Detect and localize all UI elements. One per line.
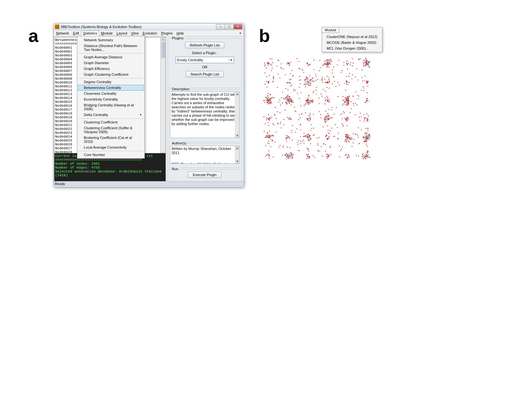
menu-layout[interactable]: Layout: [114, 31, 129, 36]
stats-item[interactable]: Closeness Centrality: [78, 91, 144, 96]
svg-point-2278: [347, 125, 348, 126]
svg-point-2015: [324, 79, 325, 80]
svg-point-1950: [287, 154, 288, 155]
description-textarea[interactable]: Attempts to find the sub-graph of CIJ wi…: [170, 92, 240, 138]
svg-point-2295: [278, 147, 279, 148]
svg-point-2072: [364, 142, 365, 142]
results-scrollbar[interactable]: ▴ ▾: [160, 37, 165, 156]
svg-point-1869: [288, 136, 289, 137]
stats-item[interactable]: Network Summary: [78, 37, 144, 43]
stats-item[interactable]: Clustering Coefficient (Soffer & Vázquez…: [78, 125, 144, 135]
svg-point-2021: [314, 81, 315, 82]
svg-point-2153: [285, 88, 286, 89]
svg-point-2191: [317, 79, 318, 80]
svg-point-2235: [306, 77, 307, 78]
stats-item[interactable]: Graph Efficiency: [78, 66, 144, 72]
menu-plugins[interactable]: Plugins: [159, 31, 174, 36]
stats-item[interactable]: Eccentricity Centrality: [78, 96, 144, 102]
svg-point-2039: [329, 67, 330, 68]
svg-point-1626: [365, 58, 366, 59]
stats-item[interactable]: Distance (Shortest Path) Between Two Nod…: [78, 43, 144, 53]
svg-point-1647: [289, 79, 290, 80]
module-tab[interactable]: Module: [322, 27, 339, 33]
authors-textarea[interactable]: Written by Murray Shanahan, October 2011…: [170, 146, 240, 164]
stats-item[interactable]: Graph Clustering Coefficient: [78, 72, 144, 77]
stats-item[interactable]: Core Number: [78, 152, 144, 158]
svg-point-1812: [307, 119, 308, 120]
svg-point-1830: [328, 119, 329, 120]
svg-point-1636: [369, 62, 369, 63]
stats-item[interactable]: Degree Centrality: [78, 79, 144, 85]
svg-point-1587: [309, 64, 310, 65]
panel-b-label: b: [259, 25, 270, 46]
svg-point-2089: [299, 98, 300, 99]
svg-point-2308: [328, 130, 329, 131]
module-item[interactable]: MCODE (Bader & Hogue 2003): [323, 40, 381, 45]
stats-item[interactable]: Bridging Centrality (Hwang et al 2006): [78, 102, 144, 112]
maximize-button[interactable]: ▢: [225, 24, 234, 29]
stats-item[interactable]: Graph Diameter: [78, 60, 144, 66]
module-item[interactable]: MCL (Van Dongen 2000)...: [323, 45, 381, 51]
module-item[interactable]: ClusterONE (Nepusz et al 2012): [323, 34, 381, 40]
svg-point-2150: [351, 139, 352, 140]
svg-point-2003: [264, 63, 265, 64]
svg-point-2213: [264, 73, 265, 73]
menu-evolution[interactable]: Evolution: [141, 31, 159, 36]
plugin-select[interactable]: Knotty Centrality ▾: [175, 57, 234, 63]
svg-point-1924: [365, 141, 366, 142]
svg-point-2325: [329, 77, 330, 78]
menu-edit[interactable]: Edit: [71, 31, 81, 36]
dropdown-arrow-icon[interactable]: ▾: [228, 58, 234, 62]
authors-scrollbar[interactable]: ▴ ▾: [235, 146, 239, 163]
minimize-button[interactable]: —: [216, 24, 225, 29]
description-scrollbar[interactable]: ▴ ▾: [235, 92, 239, 138]
svg-point-2052: [329, 133, 330, 134]
titlebar[interactable]: SBEToolbox (Systems Biology & Evolution …: [54, 24, 244, 30]
scroll-thumb[interactable]: [161, 42, 165, 58]
statistics-dropdown[interactable]: Network SummaryDistance (Shortest Path) …: [77, 36, 145, 159]
svg-point-1721: [285, 97, 286, 98]
svg-point-2203: [324, 103, 325, 104]
svg-point-1930: [367, 137, 368, 138]
stats-item[interactable]: Clustering Coefficient: [78, 119, 144, 125]
scroll-up-icon[interactable]: ▴: [161, 37, 165, 42]
svg-point-2273: [275, 142, 276, 142]
svg-point-2199: [303, 143, 304, 144]
svg-point-2206: [269, 143, 270, 144]
stats-item[interactable]: Local Average Connectivity: [78, 144, 144, 150]
svg-point-2248: [327, 139, 328, 140]
stats-item[interactable]: Delta Centrality▸: [78, 112, 144, 118]
menu-view[interactable]: View: [129, 31, 141, 36]
menu-module[interactable]: Module: [99, 31, 114, 36]
svg-point-2370: [275, 115, 276, 116]
svg-point-2196: [280, 145, 281, 146]
svg-point-1955: [288, 156, 289, 157]
scroll-up-icon[interactable]: ▴: [235, 92, 239, 96]
svg-point-2148: [265, 156, 266, 157]
svg-point-2137: [355, 134, 356, 135]
execute-plugin-button[interactable]: Execute Plugin: [188, 171, 221, 178]
svg-point-2008: [342, 118, 343, 119]
stats-item[interactable]: Brokering Coefficient (Cai et al 2010): [78, 135, 144, 144]
svg-point-2241: [362, 81, 363, 82]
menu-statistics[interactable]: Statistics: [81, 31, 99, 36]
scroll-up-icon[interactable]: ▴: [235, 146, 239, 150]
svg-point-2172: [368, 130, 369, 131]
module-menu[interactable]: Module ClusterONE (Nepusz et al 2012)MCO…: [322, 27, 382, 52]
svg-point-1860: [270, 136, 271, 137]
scroll-down-icon[interactable]: ▾: [235, 133, 239, 138]
menu-help[interactable]: Help: [175, 31, 186, 36]
close-button[interactable]: ✕: [233, 24, 242, 29]
svg-point-2223: [355, 92, 356, 93]
search-plugin-button[interactable]: Search Plugin List: [186, 71, 224, 77]
stats-item[interactable]: Graph Average Distance: [78, 54, 144, 60]
scroll-down-icon[interactable]: ▾: [235, 159, 239, 163]
stats-item[interactable]: Betweenness Centrality: [78, 85, 144, 91]
menubar-overflow-icon[interactable]: ▾: [240, 32, 243, 35]
svg-point-2160: [266, 68, 267, 69]
svg-point-2102: [367, 152, 368, 153]
refresh-plugin-button[interactable]: Refresh Plugin List: [185, 42, 224, 48]
menu-network[interactable]: Network: [54, 31, 71, 36]
svg-point-1751: [307, 100, 308, 101]
svg-point-2332: [327, 87, 328, 88]
